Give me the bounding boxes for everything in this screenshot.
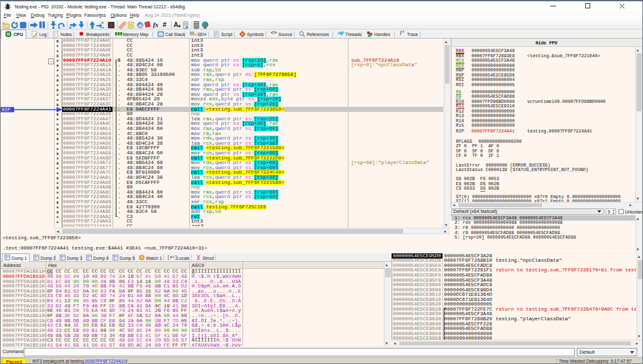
svg-text:ʘ: ʘ — [194, 32, 197, 37]
svg-text:RIP: RIP — [2, 107, 10, 113]
svg-text:01: 01 — [6, 33, 10, 36]
svg-text:S: S — [110, 23, 113, 28]
